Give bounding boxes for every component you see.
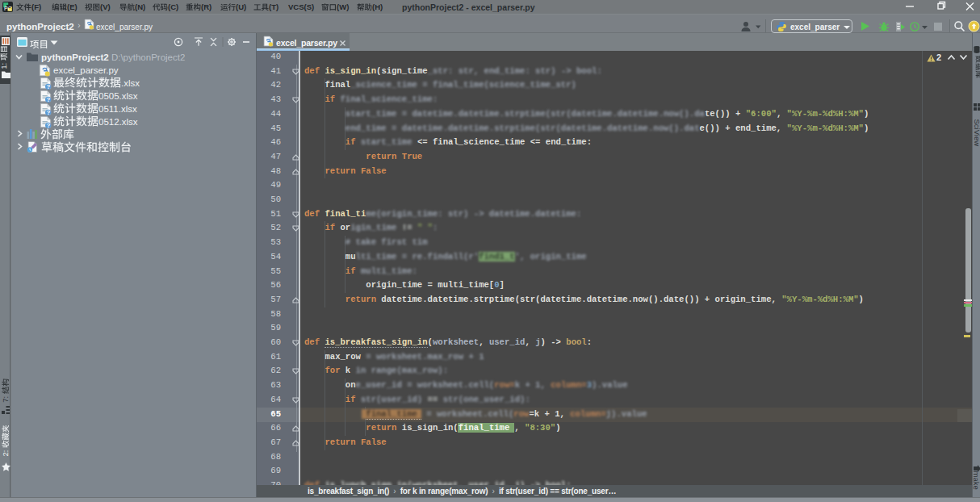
svg-text:PC: PC	[4, 6, 12, 11]
svg-text:?: ?	[47, 96, 51, 102]
svg-text:?: ?	[47, 109, 51, 115]
svg-text:?: ?	[47, 83, 51, 90]
